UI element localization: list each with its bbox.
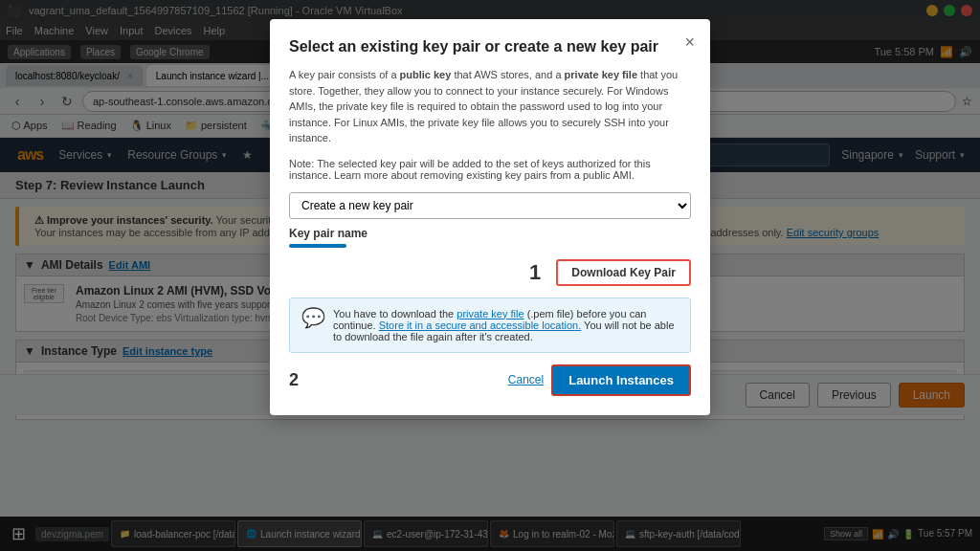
- info-icon: 💬: [301, 308, 325, 327]
- launch-step-number: 2: [289, 370, 299, 390]
- launch-instances-button[interactable]: Launch Instances: [551, 364, 691, 396]
- modal-title: Select an existing key pair or create a …: [289, 38, 691, 55]
- info-box-text: You have to download the private key fil…: [333, 308, 679, 342]
- modal-footer: 2 Cancel Launch Instances: [289, 364, 691, 396]
- modal-close-button[interactable]: ×: [684, 33, 695, 53]
- modal-cancel-button[interactable]: Cancel: [508, 373, 544, 386]
- keypair-name-label: Key pair name: [289, 227, 691, 240]
- key-pair-modal: Select an existing key pair or create a …: [270, 19, 710, 415]
- store-link[interactable]: Store it in a secure and accessible loca…: [379, 320, 582, 331]
- download-key-pair-button[interactable]: Download Key Pair: [556, 259, 691, 286]
- download-step-number: 1: [529, 260, 541, 285]
- modal-note: Note: The selected key pair will be adde…: [289, 158, 691, 181]
- modal-body: A key pair consists of a public key that…: [289, 67, 691, 146]
- modal-overlay: Select an existing key pair or create a …: [0, 0, 980, 551]
- remove-keypair-link[interactable]: removing existing key pairs from a publi…: [420, 169, 632, 181]
- keypair-name-underline: [289, 244, 346, 248]
- download-section: 1 Download Key Pair: [289, 259, 691, 286]
- private-key-link[interactable]: private key file: [457, 308, 523, 320]
- info-box: 💬 You have to download the private key f…: [289, 298, 691, 353]
- keypair-type-select[interactable]: Create a new key pair Choose an existing…: [289, 192, 691, 219]
